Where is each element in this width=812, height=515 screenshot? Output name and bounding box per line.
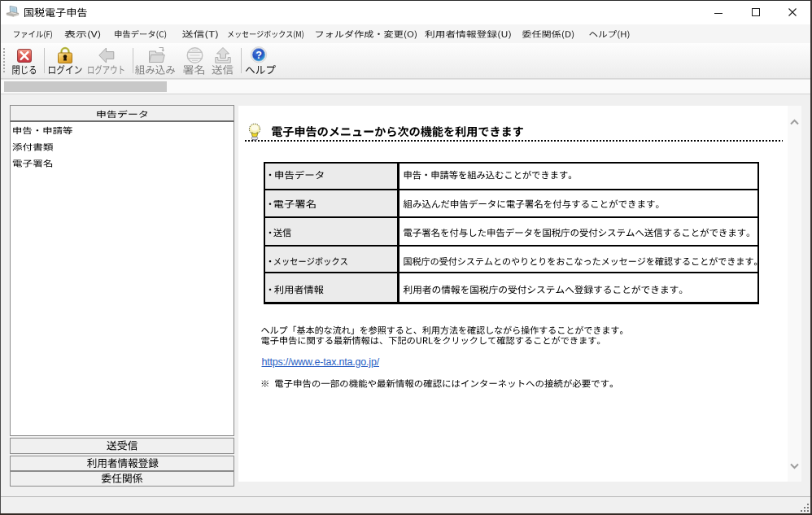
- svg-text:?: ?: [255, 50, 262, 61]
